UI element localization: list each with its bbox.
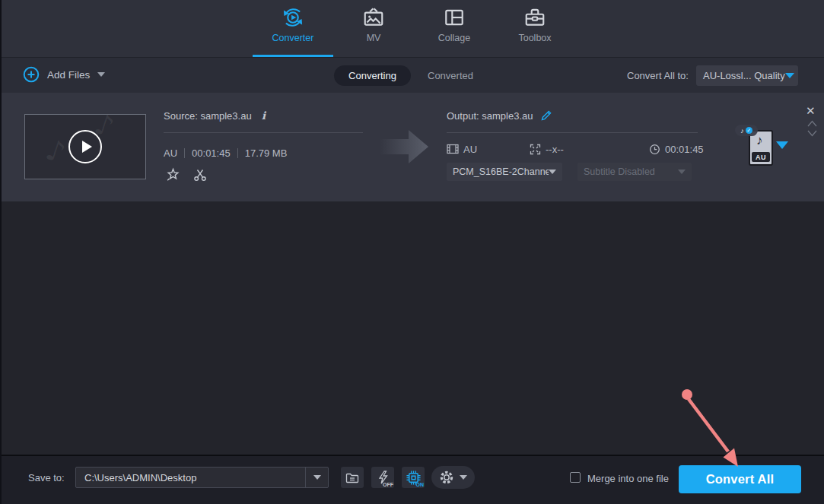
- tab-collage[interactable]: Collage: [419, 6, 489, 53]
- save-path-input[interactable]: [76, 468, 304, 487]
- profile-caret-icon[interactable]: [776, 141, 788, 149]
- subtitle-caret-icon: [678, 170, 686, 174]
- gpu-state-label: ON: [416, 482, 425, 487]
- media-thumbnail[interactable]: ♪ ♪: [24, 114, 146, 179]
- tab-converting[interactable]: Converting: [334, 65, 411, 86]
- top-nav: Converter MV C: [2, 0, 824, 57]
- move-down-icon[interactable]: [807, 130, 817, 137]
- convert-all-to-label: Convert All to:: [627, 70, 689, 81]
- add-files-label: Add Files: [47, 69, 90, 81]
- out-duration-value: 00:01:45: [665, 144, 704, 155]
- subtitle-dropdown[interactable]: Subtitle Disabled: [577, 163, 692, 181]
- audio-codec-value: PCM_S16BE-2Channel: [453, 166, 549, 177]
- tab-toolbox[interactable]: Toolbox: [500, 6, 570, 53]
- media-file-row: ♪ ♪ Source: sample3.au i AU 00:01:45 17.…: [2, 93, 824, 201]
- source-filename: Source: sample3.au: [164, 110, 252, 122]
- out-resolution-value: --x--: [546, 144, 564, 155]
- output-format-value: AU-Lossl... Quality: [703, 70, 785, 81]
- converter-icon: [282, 6, 304, 29]
- source-meta: AU 00:01:45 17.79 MB: [164, 147, 287, 159]
- output-format-dropdown[interactable]: AU-Lossl... Quality: [696, 65, 798, 86]
- source-size: 17.79 MB: [245, 147, 288, 159]
- save-path-dropdown-button[interactable]: [305, 468, 328, 487]
- toolbox-icon: [523, 6, 546, 29]
- file-toolbar: Add Files Converting Converted Convert A…: [2, 57, 824, 93]
- conversion-direction-arrow: [380, 130, 428, 163]
- gear-icon: [439, 470, 454, 485]
- bottom-bar: Save to: OFF: [2, 455, 824, 504]
- file-note-icon: ♪: [756, 133, 763, 148]
- collage-grid-icon: [443, 6, 466, 29]
- meta-separator: [184, 148, 185, 158]
- tab-toolbox-label: Toolbox: [518, 33, 551, 43]
- output-divider: [447, 132, 698, 133]
- open-folder-button[interactable]: [341, 467, 364, 488]
- badge-check-icon: ✓: [746, 127, 752, 134]
- convert-all-button[interactable]: Convert All: [679, 465, 801, 493]
- rename-pencil-icon[interactable]: [540, 109, 552, 122]
- settings-caret-icon: [460, 475, 467, 480]
- clock-icon: [649, 144, 660, 155]
- gpu-acceleration-toggle-button[interactable]: ON: [402, 467, 425, 488]
- tab-mv-label: MV: [367, 33, 381, 43]
- cut-scissors-icon[interactable]: [192, 166, 208, 183]
- high-speed-toggle-button[interactable]: OFF: [371, 467, 394, 488]
- resolution-icon: [530, 144, 541, 155]
- remove-file-icon[interactable]: ✕: [806, 105, 816, 116]
- move-up-icon[interactable]: [807, 120, 817, 127]
- converter-app-window: Converter MV C: [0, 0, 824, 504]
- save-to-label: Save to:: [28, 472, 65, 483]
- converted-label: Converted: [428, 70, 473, 81]
- edit-effects-icon[interactable]: [164, 166, 181, 183]
- add-files-button[interactable]: Add Files: [23, 66, 105, 83]
- source-duration: 00:01:45: [192, 147, 231, 159]
- save-path-caret-icon: [313, 475, 321, 480]
- tab-converted[interactable]: Converted: [420, 65, 481, 86]
- meta-separator: [237, 148, 238, 158]
- bg-note-icon: ♪: [42, 132, 70, 170]
- tab-converter[interactable]: Converter: [258, 6, 328, 53]
- merge-label: Merge into one file: [587, 473, 669, 484]
- info-icon[interactable]: i: [262, 109, 266, 122]
- merge-checkbox[interactable]: [570, 472, 581, 483]
- tab-converter-label: Converter: [272, 33, 314, 43]
- output-format-caret-icon: [785, 73, 794, 78]
- high-speed-state-label: OFF: [383, 482, 393, 487]
- converting-label: Converting: [348, 70, 396, 81]
- badge-note-icon: ♪: [740, 127, 744, 135]
- play-button[interactable]: [68, 130, 102, 163]
- add-plus-icon: [23, 66, 40, 83]
- subtitle-value: Subtitle Disabled: [584, 166, 678, 177]
- audio-codec-caret-icon: [549, 170, 556, 174]
- output-filename: Output: sample3.au: [447, 110, 533, 122]
- mv-tv-icon: [362, 6, 385, 29]
- audio-selected-badge: ♪ ✓: [735, 125, 758, 136]
- film-format-icon: [447, 144, 459, 154]
- out-format-value: AU: [463, 144, 477, 155]
- tab-mv[interactable]: MV: [339, 6, 409, 53]
- source-divider: [164, 132, 363, 133]
- play-icon: [82, 141, 92, 153]
- add-files-caret-icon[interactable]: [97, 72, 105, 77]
- save-path-field: [75, 467, 329, 488]
- tab-collage-label: Collage: [438, 33, 470, 43]
- format-tag: AU: [752, 152, 770, 162]
- audio-codec-dropdown[interactable]: PCM_S16BE-2Channel: [447, 163, 562, 181]
- settings-button[interactable]: [431, 466, 475, 489]
- source-format: AU: [164, 147, 177, 159]
